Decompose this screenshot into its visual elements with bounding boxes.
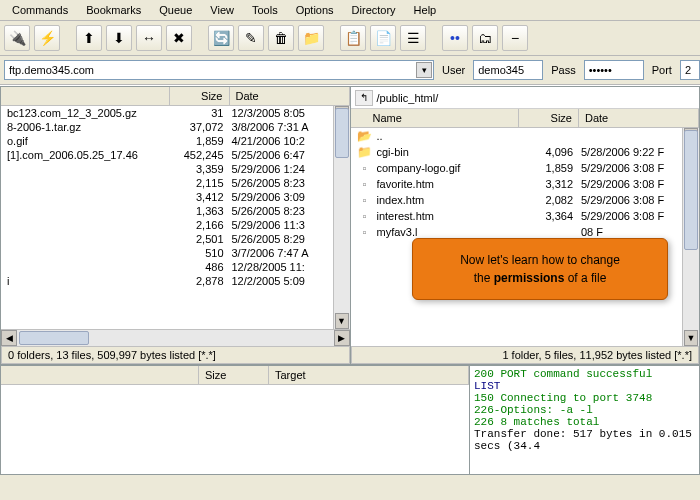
local-head-size[interactable]: Size (170, 87, 230, 105)
menu-bookmarks[interactable]: Bookmarks (78, 2, 149, 18)
list-item[interactable]: .. (351, 128, 700, 144)
list-item[interactable]: cgi-bin4,0965/28/2006 9:22 F (351, 144, 700, 160)
connect-icon[interactable]: 🔌 (4, 25, 30, 51)
scroll-thumb[interactable] (684, 130, 698, 250)
pass-label: Pass (549, 64, 577, 76)
port-label: Port (650, 64, 674, 76)
copy-icon[interactable]: 📋 (340, 25, 366, 51)
list-item[interactable]: 2,1665/29/2006 11:3 (1, 218, 350, 232)
list-item[interactable]: 8-2006-1.tar.gz37,0723/8/2006 7:31 A (1, 120, 350, 134)
remote-list[interactable]: ..cgi-bin4,0965/28/2006 9:22 Fcompany-lo… (351, 128, 700, 346)
scroll-thumb[interactable] (19, 331, 89, 345)
local-panel: Size Date bc123.com_12_3_2005.gz3112/3/2… (0, 86, 350, 365)
list-item[interactable]: 48612/28/2005 11: (1, 260, 350, 274)
paste-icon[interactable]: 📄 (370, 25, 396, 51)
minus-icon[interactable]: − (502, 25, 528, 51)
menu-directory[interactable]: Directory (344, 2, 404, 18)
queue-head-target[interactable]: Target (269, 366, 469, 384)
list-item[interactable]: o.gif1,8594/21/2006 10:2 (1, 134, 350, 148)
scroll-left-icon[interactable]: ◀ (1, 330, 17, 346)
file-icon (357, 161, 373, 175)
menu-queue[interactable]: Queue (151, 2, 200, 18)
list-item[interactable]: 5103/7/2006 7:47 A (1, 246, 350, 260)
list-item[interactable]: company-logo.gif1,8595/29/2006 3:08 F (351, 160, 700, 176)
local-head-date[interactable]: Date (230, 87, 350, 105)
list-item[interactable]: 1,3635/26/2005 8:23 (1, 204, 350, 218)
log-line: Transfer done: 517 bytes in 0.015 secs (… (474, 428, 695, 452)
download-icon[interactable]: ⬇ (106, 25, 132, 51)
mode-icon[interactable]: •• (442, 25, 468, 51)
list-item[interactable]: 2,1155/26/2005 8:23 (1, 176, 350, 190)
list-item[interactable]: [1].com_2006.05.25_17.46452,2455/25/2006… (1, 148, 350, 162)
list-item[interactable]: index.htm2,0825/29/2006 3:08 F (351, 192, 700, 208)
folder-icon[interactable]: 🗂 (472, 25, 498, 51)
pass-input[interactable] (584, 60, 644, 80)
queue-header: Size Target (1, 366, 469, 385)
callout-line2b: of a file (564, 271, 606, 285)
stop-icon[interactable]: ✖ (166, 25, 192, 51)
host-input[interactable] (4, 60, 434, 80)
file-icon (357, 209, 373, 223)
local-vscrollbar[interactable]: ▲ ▼ (333, 106, 350, 329)
list-item[interactable]: 3,3595/29/2006 1:24 (1, 162, 350, 176)
main-split: Size Date bc123.com_12_3_2005.gz3112/3/2… (0, 85, 700, 365)
remote-path[interactable]: /public_html/ (377, 92, 439, 104)
remote-head-name[interactable]: Name (351, 109, 520, 127)
scroll-down-icon[interactable]: ▼ (335, 313, 349, 329)
folder-icon (357, 145, 373, 159)
menu-commands[interactable]: Commands (4, 2, 76, 18)
newfolder-icon[interactable]: 📁 (298, 25, 324, 51)
log-line: LIST (474, 380, 695, 392)
menu-tools[interactable]: Tools (244, 2, 286, 18)
connection-bar: ▾ User Pass Port (0, 56, 700, 85)
scroll-thumb[interactable] (335, 108, 349, 158)
scroll-down-icon[interactable]: ▼ (684, 330, 698, 346)
upload-icon[interactable]: ⬆ (76, 25, 102, 51)
user-input[interactable] (473, 60, 543, 80)
toolbar: 🔌 ⚡ ⬆ ⬇ ↔ ✖ 🔄 ✎ 🗑 📁 📋 📄 ☰ •• 🗂 − (0, 21, 700, 56)
list-item[interactable]: interest.htm3,3645/29/2006 3:08 F (351, 208, 700, 224)
list-item[interactable]: 3,4125/29/2006 3:09 (1, 190, 350, 204)
local-list[interactable]: bc123.com_12_3_2005.gz3112/3/2005 8:058-… (1, 106, 350, 329)
remote-vscrollbar[interactable]: ▲ ▼ (682, 128, 699, 346)
log-panel[interactable]: 200 PORT command successfulLIST150 Conne… (470, 365, 700, 475)
remote-head-date[interactable]: Date (579, 109, 699, 127)
properties-icon[interactable]: ☰ (400, 25, 426, 51)
host-dropdown-icon[interactable]: ▾ (416, 62, 432, 78)
delete-icon[interactable]: 🗑 (268, 25, 294, 51)
remote-head-size[interactable]: Size (519, 109, 579, 127)
file-icon (357, 225, 373, 239)
menu-help[interactable]: Help (406, 2, 445, 18)
local-list-header: Size Date (1, 87, 350, 106)
quickconnect-icon[interactable]: ⚡ (34, 25, 60, 51)
list-item[interactable]: i2,87812/2/2005 5:09 (1, 274, 350, 288)
transfer-icon[interactable]: ↔ (136, 25, 162, 51)
edit-icon[interactable]: ✎ (238, 25, 264, 51)
queue-body[interactable] (1, 385, 469, 474)
bottom-panes: Size Target 200 PORT command successfulL… (0, 365, 700, 475)
scroll-right-icon[interactable]: ▶ (334, 330, 350, 346)
remote-up-icon[interactable]: ↰ (355, 90, 373, 106)
list-item[interactable]: 2,5015/26/2005 8:29 (1, 232, 350, 246)
callout-line2a: the (474, 271, 494, 285)
remote-list-header: Name Size Date (351, 109, 700, 128)
callout-bold: permissions (494, 271, 565, 285)
user-label: User (440, 64, 467, 76)
local-hscrollbar[interactable]: ◀ ▶ (1, 329, 350, 346)
queue-head-size[interactable]: Size (199, 366, 269, 384)
local-head-name[interactable] (1, 87, 170, 105)
refresh-icon[interactable]: 🔄 (208, 25, 234, 51)
remote-status: 1 folder, 5 files, 11,952 bytes listed [… (351, 346, 700, 364)
list-item[interactable]: favorite.htm3,3125/29/2006 3:08 F (351, 176, 700, 192)
remote-pathbar: ↰ /public_html/ (351, 87, 700, 109)
menu-view[interactable]: View (202, 2, 242, 18)
queue-head-blank[interactable] (1, 366, 199, 384)
port-input[interactable] (680, 60, 700, 80)
list-item[interactable]: bc123.com_12_3_2005.gz3112/3/2005 8:05 (1, 106, 350, 120)
log-line: 200 PORT command successful (474, 368, 695, 380)
file-icon (357, 193, 373, 207)
menu-options[interactable]: Options (288, 2, 342, 18)
up-icon (357, 129, 373, 143)
log-line: 150 Connecting to port 3748 (474, 392, 695, 404)
menu-bar: Commands Bookmarks Queue View Tools Opti… (0, 0, 700, 21)
